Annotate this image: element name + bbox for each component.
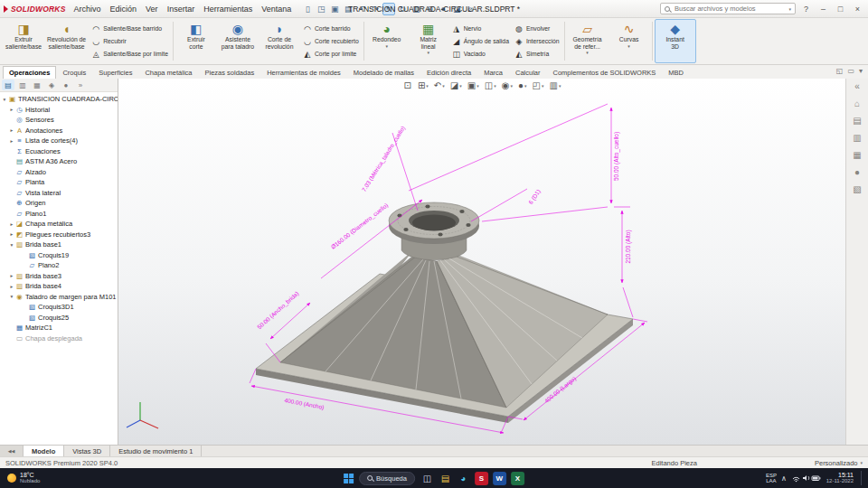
previous-view-icon[interactable]: ↶ ▾ xyxy=(432,80,447,90)
new-file-icon[interactable]: ▯ xyxy=(301,3,314,15)
menu-item[interactable]: Edición xyxy=(106,3,142,15)
dim-alto-cuello[interactable]: 50.00 (Alto_cuello) xyxy=(613,132,620,181)
command-tab[interactable]: Superficies xyxy=(92,66,138,79)
section-view-icon[interactable]: ◪ ▾ xyxy=(448,80,464,90)
options-gear-icon[interactable]: ⊛ xyxy=(423,3,436,15)
extrude-cut-button[interactable]: ◧ Extruir corte xyxy=(175,19,217,63)
zoom-area-icon[interactable]: ⊞ ▾ xyxy=(416,80,430,90)
tree-item-pliegues[interactable]: ▸ ◩ Pliegues recubiertos3 xyxy=(1,230,118,240)
shell-button[interactable]: ◫Vaciado xyxy=(452,48,509,60)
dim-ancho[interactable]: 400.00 (Ancho) xyxy=(284,397,325,411)
mirror-button[interactable]: ◭Simetría xyxy=(514,48,560,60)
command-tab[interactable]: Herramientas de moldes xyxy=(260,66,347,79)
model-canvas[interactable]: 50.00 (Alto_cuello) 210.00 (Alto) 7.03 (… xyxy=(118,79,846,445)
tray-status-icons[interactable] xyxy=(791,474,822,483)
tree-item-brida-base4[interactable]: ▸ ▥ Brida base4 xyxy=(1,281,118,292)
language-indicator[interactable]: ESP LAA xyxy=(766,473,777,484)
expand-arrow-icon[interactable]: ▸ xyxy=(8,273,15,278)
model-tab[interactable]: Estudio de movimiento 1 xyxy=(110,446,202,456)
command-tab[interactable]: MBD xyxy=(662,66,690,79)
command-tab[interactable]: Operaciones xyxy=(3,66,56,79)
rebuild-icon[interactable]: ↻ xyxy=(396,3,409,15)
undo-icon[interactable]: ↶ xyxy=(355,3,368,15)
view-palette-icon[interactable]: ▦ xyxy=(853,150,861,161)
dim-alto[interactable]: 210.00 (Alto) xyxy=(625,230,632,263)
graphics-viewport[interactable]: ⊡ ⊞ ▾ ↶ ▾ ◪ ▾ ▣ xyxy=(118,79,846,445)
loft-boss-button[interactable]: ◡Recubrir xyxy=(91,35,168,47)
menu-item[interactable]: Ventana xyxy=(257,3,296,15)
tree-item-planta[interactable]: ▱ Planta xyxy=(1,177,118,188)
expand-arrow-icon[interactable]: ▸ xyxy=(8,107,15,112)
tray-chevron-icon[interactable]: ∧ xyxy=(781,474,787,483)
edge-icon[interactable]: ◕ xyxy=(457,472,470,485)
start-button[interactable] xyxy=(344,474,354,483)
model-tab[interactable]: Modelo xyxy=(24,446,64,456)
command-tab[interactable]: Marca xyxy=(477,66,509,79)
search-box[interactable]: ▾ xyxy=(660,3,796,14)
command-tab[interactable]: Croquis xyxy=(56,66,92,79)
propertymanager-tab[interactable]: ▥ xyxy=(16,80,29,90)
tab-scroll-buttons[interactable]: ◀◀ xyxy=(0,446,24,456)
solidworks-icon[interactable]: S xyxy=(475,472,488,485)
excel-icon[interactable]: X xyxy=(511,472,524,485)
menu-item[interactable]: Ver xyxy=(141,3,163,15)
expand-arrow-icon[interactable]: ▸ xyxy=(8,138,15,144)
clock-widget[interactable]: 15:11 12-11-2022 xyxy=(826,472,854,485)
taskbar-search[interactable]: Búsqueda xyxy=(359,472,415,485)
dimxpertmanager-tab[interactable]: ◈ xyxy=(45,80,58,90)
expand-featuremanager-icon[interactable]: ◱ xyxy=(836,67,844,75)
tree-item-vista-lateral[interactable]: ▱ Vista lateral xyxy=(1,188,118,199)
solidworks-logo[interactable]: SOLIDWORKS xyxy=(4,5,66,14)
maximize-button[interactable]: □ xyxy=(834,2,847,15)
weather-widget[interactable]: 18°C Nublado xyxy=(0,472,47,485)
menu-item[interactable]: Insertar xyxy=(163,3,200,15)
extrude-boss-button[interactable]: ◨ Extruir saliente/base xyxy=(3,19,44,63)
dim-d1[interactable]: 6 (D1) xyxy=(527,188,542,205)
appearances-pane-icon[interactable]: ● xyxy=(854,167,860,178)
featuremanager-tab[interactable]: ▤ xyxy=(2,80,14,90)
tree-item-croquis3d1[interactable]: ▧ Croquis3D1 xyxy=(1,302,118,313)
display-style-icon[interactable]: ◫ ▾ xyxy=(483,80,498,90)
tree-item-matrizc1[interactable]: ▦ MatrizC1 xyxy=(1,323,118,333)
dim-diametro[interactable]: Ø160.00 (Diametro_cuello) xyxy=(330,202,390,250)
print-icon[interactable]: ▤ xyxy=(342,3,354,15)
file-properties-icon[interactable]: ▥ xyxy=(410,3,422,15)
expand-arrow-icon[interactable]: ▸ xyxy=(8,127,15,133)
zoom-fit-icon[interactable]: ⊡ xyxy=(402,80,414,90)
tree-item-ecuaciones[interactable]: Σ Ecuaciones xyxy=(1,146,118,157)
swept-cut-button[interactable]: ◠Corte barrido xyxy=(303,23,359,34)
tree-item-part[interactable]: ▾ ▣ TRANSICION CUADRADA-CIRCULAR (D xyxy=(1,94,118,105)
design-library-icon[interactable]: ▤ xyxy=(853,116,861,127)
command-tab[interactable]: Modelado de mallas xyxy=(347,66,420,79)
expand-arrow-icon[interactable]: ▾ xyxy=(1,97,8,102)
circular-flange[interactable] xyxy=(389,202,479,260)
reference-geometry-button[interactable]: ▱ Geometría de refer... ▾ xyxy=(567,19,609,63)
command-tab[interactable]: Edición directa xyxy=(420,66,477,79)
open-file-icon[interactable]: ◳ xyxy=(315,3,327,15)
measure-icon[interactable]: ⌀ xyxy=(464,3,476,15)
tree-item-lista-cortes[interactable]: ▸ ≡ Lista de cortes(4) xyxy=(1,136,118,146)
command-tab[interactable]: Calcular xyxy=(509,66,547,79)
model-tab[interactable]: Vistas 3D xyxy=(64,446,110,456)
expand-arrow-icon[interactable]: ▸ xyxy=(8,231,15,237)
swept-boss-button[interactable]: ◠Saliente/Base barrido xyxy=(91,23,168,34)
instant3d-button[interactable]: ◆ Instant 3D xyxy=(655,19,696,63)
revolve-boss-button[interactable]: ◖ Revolución de saliente/base xyxy=(44,19,89,63)
menu-item[interactable]: Archivo xyxy=(70,3,106,15)
configurationmanager-tab[interactable]: ▦ xyxy=(31,80,43,90)
boundary-boss-button[interactable]: ◬Saliente/Base por límite xyxy=(91,48,168,60)
hide-show-items-icon[interactable]: ◉ ▾ xyxy=(500,80,514,90)
select-arrow-icon[interactable]: ↖ xyxy=(382,3,395,15)
boundary-cut-button[interactable]: ◭Corte por límite xyxy=(303,48,359,60)
search-dropdown-icon[interactable]: ▾ xyxy=(788,6,791,12)
revolve-cut-button[interactable]: ◗ Corte de revolución xyxy=(259,19,300,63)
minimize-button[interactable]: – xyxy=(816,2,830,15)
close-button[interactable]: × xyxy=(851,2,864,15)
search-input[interactable] xyxy=(673,4,786,14)
command-tab[interactable]: Piezas soldadas xyxy=(199,66,261,79)
expand-arrow-icon[interactable]: ▸ xyxy=(8,284,15,289)
hole-wizard-button[interactable]: ◉ Asistente para taladro xyxy=(217,19,259,63)
rib-button[interactable]: ◮Nervio xyxy=(452,23,509,34)
home-pane-icon[interactable]: ⌂ xyxy=(854,99,860,109)
show-desktop-button[interactable] xyxy=(861,471,863,485)
